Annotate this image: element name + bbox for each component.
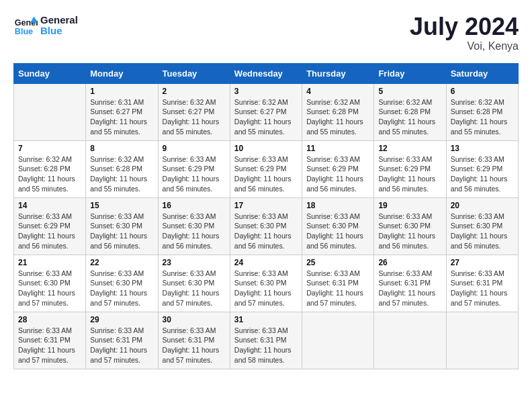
calendar-cell: 17Sunrise: 6:33 AM Sunset: 6:30 PM Dayli…	[230, 197, 302, 255]
day-info: Sunrise: 6:33 AM Sunset: 6:30 PM Dayligh…	[163, 269, 226, 308]
calendar-cell: 29Sunrise: 6:33 AM Sunset: 6:31 PM Dayli…	[86, 312, 158, 369]
day-info: Sunrise: 6:32 AM Sunset: 6:28 PM Dayligh…	[90, 154, 153, 194]
day-info: Sunrise: 6:33 AM Sunset: 6:30 PM Dayligh…	[163, 212, 226, 251]
calendar-table: SundayMondayTuesdayWednesdayThursdayFrid…	[13, 63, 519, 369]
calendar-cell: 22Sunrise: 6:33 AM Sunset: 6:30 PM Dayli…	[86, 255, 158, 312]
calendar-cell: 9Sunrise: 6:33 AM Sunset: 6:29 PM Daylig…	[158, 140, 230, 197]
day-number: 26	[378, 258, 441, 267]
day-number: 14	[18, 201, 81, 210]
calendar-cell: 11Sunrise: 6:33 AM Sunset: 6:29 PM Dayli…	[302, 140, 374, 197]
day-number: 7	[18, 144, 81, 153]
calendar-cell: 4Sunrise: 6:32 AM Sunset: 6:28 PM Daylig…	[302, 83, 374, 140]
day-info: Sunrise: 6:31 AM Sunset: 6:27 PM Dayligh…	[90, 97, 153, 137]
day-number: 2	[163, 87, 226, 96]
day-info: Sunrise: 6:33 AM Sunset: 6:30 PM Dayligh…	[234, 212, 298, 251]
day-number: 9	[163, 144, 226, 153]
day-info: Sunrise: 6:33 AM Sunset: 6:31 PM Dayligh…	[90, 326, 153, 365]
day-number: 23	[163, 258, 226, 267]
day-info: Sunrise: 6:33 AM Sunset: 6:29 PM Dayligh…	[163, 154, 226, 194]
day-number: 17	[234, 201, 298, 210]
calendar-cell: 21Sunrise: 6:33 AM Sunset: 6:30 PM Dayli…	[14, 255, 86, 312]
day-number: 12	[378, 144, 441, 153]
calendar-cell: 30Sunrise: 6:33 AM Sunset: 6:31 PM Dayli…	[158, 312, 230, 369]
day-info: Sunrise: 6:33 AM Sunset: 6:30 PM Dayligh…	[234, 269, 298, 308]
svg-text:Blue: Blue	[15, 27, 33, 36]
weekday-header-friday: Friday	[374, 63, 446, 83]
day-number: 15	[90, 201, 153, 210]
calendar-cell	[14, 83, 86, 140]
calendar-cell: 23Sunrise: 6:33 AM Sunset: 6:30 PM Dayli…	[158, 255, 230, 312]
logo: General Blue General Blue	[13, 13, 78, 38]
day-number: 21	[18, 258, 81, 267]
calendar-cell: 27Sunrise: 6:33 AM Sunset: 6:31 PM Dayli…	[446, 255, 518, 312]
calendar-cell: 25Sunrise: 6:33 AM Sunset: 6:31 PM Dayli…	[302, 255, 374, 312]
day-number: 18	[306, 201, 369, 210]
calendar-cell: 7Sunrise: 6:32 AM Sunset: 6:28 PM Daylig…	[14, 140, 86, 197]
calendar-cell: 15Sunrise: 6:33 AM Sunset: 6:30 PM Dayli…	[86, 197, 158, 255]
day-info: Sunrise: 6:33 AM Sunset: 6:31 PM Dayligh…	[306, 269, 369, 308]
title-block: July 2024 Voi, Kenya	[410, 13, 519, 52]
weekday-header-sunday: Sunday	[14, 63, 86, 83]
calendar-cell: 26Sunrise: 6:33 AM Sunset: 6:31 PM Dayli…	[374, 255, 446, 312]
day-info: Sunrise: 6:33 AM Sunset: 6:31 PM Dayligh…	[163, 326, 226, 365]
calendar-cell: 8Sunrise: 6:32 AM Sunset: 6:28 PM Daylig…	[86, 140, 158, 197]
day-info: Sunrise: 6:33 AM Sunset: 6:29 PM Dayligh…	[306, 154, 369, 194]
day-number: 11	[306, 144, 369, 153]
day-number: 27	[451, 258, 514, 267]
day-number: 19	[378, 201, 441, 210]
week-row-1: 1Sunrise: 6:31 AM Sunset: 6:27 PM Daylig…	[14, 83, 519, 140]
logo-general: General	[40, 15, 78, 26]
day-number: 8	[90, 144, 153, 153]
weekday-header-thursday: Thursday	[302, 63, 374, 83]
calendar-cell: 20Sunrise: 6:33 AM Sunset: 6:30 PM Dayli…	[446, 197, 518, 255]
day-number: 20	[451, 201, 514, 210]
calendar-cell: 18Sunrise: 6:33 AM Sunset: 6:30 PM Dayli…	[302, 197, 374, 255]
weekday-header-monday: Monday	[86, 63, 158, 83]
day-info: Sunrise: 6:33 AM Sunset: 6:29 PM Dayligh…	[18, 212, 81, 251]
page-header: General Blue General Blue July 2024 Voi,…	[13, 13, 519, 52]
week-row-2: 7Sunrise: 6:32 AM Sunset: 6:28 PM Daylig…	[14, 140, 519, 197]
day-number: 1	[90, 87, 153, 96]
day-info: Sunrise: 6:33 AM Sunset: 6:30 PM Dayligh…	[18, 269, 81, 308]
day-info: Sunrise: 6:33 AM Sunset: 6:29 PM Dayligh…	[234, 154, 298, 194]
day-number: 3	[234, 87, 298, 96]
calendar-cell: 2Sunrise: 6:32 AM Sunset: 6:27 PM Daylig…	[158, 83, 230, 140]
day-number: 24	[234, 258, 298, 267]
calendar-cell: 28Sunrise: 6:33 AM Sunset: 6:31 PM Dayli…	[14, 312, 86, 369]
day-info: Sunrise: 6:32 AM Sunset: 6:28 PM Dayligh…	[18, 154, 81, 194]
weekday-header-row: SundayMondayTuesdayWednesdayThursdayFrid…	[14, 63, 519, 83]
calendar-cell: 31Sunrise: 6:33 AM Sunset: 6:31 PM Dayli…	[230, 312, 302, 369]
calendar-cell: 5Sunrise: 6:32 AM Sunset: 6:28 PM Daylig…	[374, 83, 446, 140]
day-number: 30	[163, 315, 226, 324]
day-info: Sunrise: 6:33 AM Sunset: 6:31 PM Dayligh…	[18, 326, 81, 365]
calendar-cell: 13Sunrise: 6:33 AM Sunset: 6:29 PM Dayli…	[446, 140, 518, 197]
day-number: 29	[90, 315, 153, 324]
day-number: 31	[234, 315, 298, 324]
calendar-cell: 1Sunrise: 6:31 AM Sunset: 6:27 PM Daylig…	[86, 83, 158, 140]
week-row-5: 28Sunrise: 6:33 AM Sunset: 6:31 PM Dayli…	[14, 312, 519, 369]
location: Voi, Kenya	[410, 40, 519, 52]
day-info: Sunrise: 6:33 AM Sunset: 6:30 PM Dayligh…	[306, 212, 369, 251]
calendar-cell: 14Sunrise: 6:33 AM Sunset: 6:29 PM Dayli…	[14, 197, 86, 255]
day-number: 22	[90, 258, 153, 267]
day-info: Sunrise: 6:33 AM Sunset: 6:31 PM Dayligh…	[378, 269, 441, 308]
logo-icon: General Blue	[13, 13, 38, 38]
calendar-cell: 10Sunrise: 6:33 AM Sunset: 6:29 PM Dayli…	[230, 140, 302, 197]
day-info: Sunrise: 6:32 AM Sunset: 6:27 PM Dayligh…	[163, 97, 226, 137]
day-info: Sunrise: 6:32 AM Sunset: 6:28 PM Dayligh…	[378, 97, 441, 137]
day-info: Sunrise: 6:33 AM Sunset: 6:31 PM Dayligh…	[234, 326, 298, 365]
calendar-cell: 19Sunrise: 6:33 AM Sunset: 6:30 PM Dayli…	[374, 197, 446, 255]
calendar-cell: 12Sunrise: 6:33 AM Sunset: 6:29 PM Dayli…	[374, 140, 446, 197]
day-info: Sunrise: 6:32 AM Sunset: 6:27 PM Dayligh…	[234, 97, 298, 137]
calendar-cell: 6Sunrise: 6:32 AM Sunset: 6:28 PM Daylig…	[446, 83, 518, 140]
week-row-4: 21Sunrise: 6:33 AM Sunset: 6:30 PM Dayli…	[14, 255, 519, 312]
calendar-cell: 24Sunrise: 6:33 AM Sunset: 6:30 PM Dayli…	[230, 255, 302, 312]
day-number: 28	[18, 315, 81, 324]
day-number: 5	[378, 87, 441, 96]
day-info: Sunrise: 6:33 AM Sunset: 6:31 PM Dayligh…	[451, 269, 514, 308]
calendar-cell	[446, 312, 518, 369]
day-number: 25	[306, 258, 369, 267]
weekday-header-wednesday: Wednesday	[230, 63, 302, 83]
day-info: Sunrise: 6:33 AM Sunset: 6:30 PM Dayligh…	[451, 212, 514, 251]
day-info: Sunrise: 6:32 AM Sunset: 6:28 PM Dayligh…	[451, 97, 514, 137]
